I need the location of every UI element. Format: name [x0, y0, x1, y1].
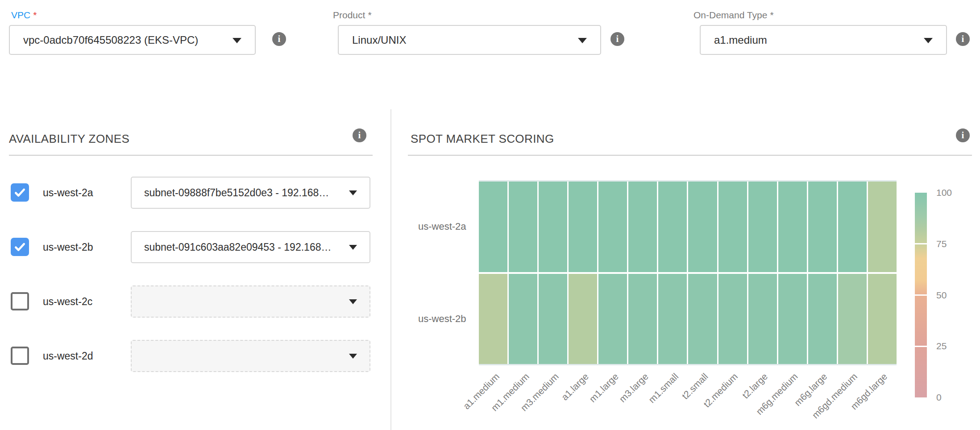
heatmap-cell-us-west-2a-t2.small: [688, 182, 717, 272]
section-divider: [408, 155, 972, 156]
checkbox-us-west-2c[interactable]: [11, 292, 29, 310]
on-demand-type-select[interactable]: a1.medium: [700, 25, 947, 55]
subnet-select-us-west-2a[interactable]: subnet-09888f7be5152d0e3 - 192.168…: [131, 177, 370, 209]
az-zone-label: us-west-2b: [43, 231, 93, 263]
row-label-us-west-2b: us-west-2b: [418, 313, 466, 325]
colorbar-tick: [915, 243, 927, 244]
column-label-t2.large: t2.large: [740, 371, 770, 401]
az-zone-label: us-west-2d: [43, 340, 93, 372]
heatmap-cell-us-west-2b-t2.large: [748, 274, 777, 364]
spot-instance-config-page: VPC* vpc-0adcb70f645508223 (EKS-VPC) i P…: [0, 0, 980, 430]
info-icon[interactable]: i: [610, 32, 624, 46]
heatmap-cell-us-west-2b-t2.medium: [718, 274, 747, 364]
column-label-a1.large: a1.large: [559, 371, 591, 403]
heatmap-cell-us-west-2a-m1.small: [658, 182, 687, 272]
az-row-us-west-2c: us-west-2c: [0, 285, 384, 318]
heatmap-cell-us-west-2b-m6gd.large: [868, 274, 897, 364]
required-asterisk: *: [770, 10, 773, 20]
heatmap-cell-us-west-2b-m6g.large: [808, 274, 837, 364]
colorbar-tick: [915, 294, 927, 296]
panel-divider: [390, 109, 391, 430]
colorbar-tick: [915, 346, 927, 347]
subnet-select-us-west-2c[interactable]: [131, 285, 370, 318]
product-select-value: Linux/UNIX: [352, 26, 406, 54]
subnet-value: subnet-091c603aa82e09453 - 192.168…: [144, 232, 331, 262]
subnet-select-us-west-2b[interactable]: subnet-091c603aa82e09453 - 192.168…: [131, 231, 370, 263]
heatmap-cell-us-west-2a-t2.large: [748, 182, 777, 272]
checkbox-us-west-2a[interactable]: [11, 183, 29, 202]
section-divider: [9, 155, 373, 156]
availability-zones-title: AVAILABILITY ZONES: [9, 132, 129, 146]
info-icon[interactable]: i: [956, 32, 970, 46]
vpc-label: VPC*: [11, 10, 37, 21]
chevron-down-icon: [924, 38, 933, 43]
heatmap-cell-us-west-2b-m1.medium: [509, 274, 537, 364]
row-label-us-west-2a: us-west-2a: [418, 221, 466, 232]
checkmark-icon: [12, 240, 27, 254]
heatmap-cell-us-west-2b-a1.large: [569, 274, 597, 364]
heatmap-cell-us-west-2a-t2.medium: [718, 182, 747, 272]
colorbar-label-75: 75: [936, 239, 947, 249]
heatmap-cell-us-west-2a-m3.large: [628, 182, 657, 272]
vpc-select[interactable]: vpc-0adcb70f645508223 (EKS-VPC): [9, 25, 256, 55]
chevron-down-icon: [578, 38, 587, 43]
chevron-down-icon: [349, 299, 357, 304]
heatmap-cell-us-west-2b-a1.medium: [479, 274, 507, 364]
spot-market-heatmap: [479, 180, 897, 365]
heatmap-cell-us-west-2b-m3.medium: [539, 274, 567, 364]
az-zone-label: us-west-2c: [43, 285, 92, 318]
colorbar-label-0: 0: [936, 392, 942, 403]
colorbar-label-50: 50: [936, 290, 947, 301]
heatmap-cell-us-west-2a-a1.large: [569, 182, 597, 272]
az-row-us-west-2d: us-west-2d: [0, 340, 384, 372]
column-label-m1.small: m1.small: [646, 371, 680, 405]
column-label-m3.large: m3.large: [617, 371, 651, 405]
required-asterisk: *: [368, 10, 371, 20]
colorbar: [915, 193, 927, 397]
chevron-down-icon: [349, 190, 357, 195]
az-row-us-west-2a: us-west-2asubnet-09888f7be5152d0e3 - 192…: [0, 177, 384, 209]
required-asterisk: *: [33, 10, 37, 20]
az-zone-label: us-west-2a: [43, 177, 93, 209]
on-demand-type-label: On-Demand Type*: [693, 10, 774, 21]
heatmap-cell-us-west-2b-m1.large: [598, 274, 627, 364]
vpc-select-value: vpc-0adcb70f645508223 (EKS-VPC): [23, 26, 198, 54]
heatmap-cell-us-west-2a-m6g.large: [808, 182, 837, 272]
checkbox-us-west-2b[interactable]: [11, 238, 29, 256]
heatmap-cell-us-west-2b-t2.small: [688, 274, 717, 364]
az-row-us-west-2b: us-west-2bsubnet-091c603aa82e09453 - 192…: [0, 231, 384, 263]
heatmap-cell-us-west-2b-m6gd.medium: [838, 274, 867, 364]
heatmap-cell-us-west-2a-m3.medium: [539, 182, 567, 272]
heatmap-cell-us-west-2a-m6g.medium: [778, 182, 807, 272]
column-label-m1.large: m1.large: [587, 371, 621, 405]
on-demand-type-select-value: a1.medium: [714, 26, 767, 54]
heatmap-cell-us-west-2b-m6g.medium: [778, 274, 807, 364]
subnet-value: subnet-09888f7be5152d0e3 - 192.168…: [144, 178, 329, 208]
info-icon[interactable]: i: [272, 32, 286, 46]
heatmap-grid: [479, 182, 897, 364]
heatmap-cell-us-west-2a-m6gd.medium: [838, 182, 867, 272]
product-select[interactable]: Linux/UNIX: [338, 25, 601, 55]
heatmap-cell-us-west-2b-m3.large: [628, 274, 657, 364]
colorbar-label-25: 25: [936, 341, 947, 351]
heatmap-cell-us-west-2a-m6gd.large: [868, 182, 897, 272]
spot-market-scoring-title: SPOT MARKET SCORING: [411, 132, 554, 146]
info-icon[interactable]: i: [353, 128, 366, 142]
chevron-down-icon: [349, 354, 357, 359]
heatmap-cell-us-west-2b-m1.small: [658, 274, 687, 364]
heatmap-cell-us-west-2a-m1.large: [598, 182, 627, 272]
chevron-down-icon: [349, 245, 357, 250]
info-icon[interactable]: i: [956, 128, 970, 142]
product-label: Product*: [333, 10, 372, 21]
heatmap-cell-us-west-2a-a1.medium: [479, 182, 507, 272]
checkmark-icon: [12, 185, 27, 200]
colorbar-label-100: 100: [936, 187, 952, 198]
checkbox-us-west-2d[interactable]: [11, 347, 29, 365]
subnet-select-us-west-2d[interactable]: [131, 340, 370, 372]
heatmap-cell-us-west-2a-m1.medium: [509, 182, 537, 272]
chevron-down-icon: [233, 38, 241, 43]
